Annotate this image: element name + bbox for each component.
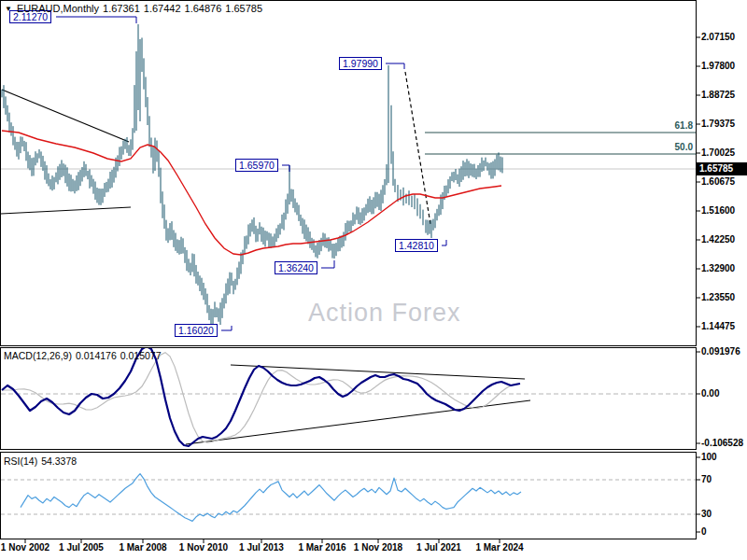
price-axis-label: 2.07150: [701, 32, 735, 43]
ohlc-high: 1.67442: [144, 3, 181, 14]
ohlc-low: 1.64876: [185, 3, 222, 14]
rsi-value: 54.3378: [41, 455, 77, 467]
price-callout: 1.36240: [275, 261, 317, 274]
rsi-axis-label: 30: [701, 509, 712, 520]
macd-value-main: 0.014176: [76, 350, 117, 361]
price-axis-label: 1.42250: [701, 234, 735, 245]
price-axis-label: 1.32900: [701, 263, 735, 274]
price-axis-label: 1.51600: [701, 205, 735, 217]
price-axis-label: 1.70025: [701, 147, 735, 159]
time-axis-label: 1 Nov 2002: [1, 542, 49, 553]
time-axis-label: 1 Nov 2010: [179, 542, 228, 553]
macd-axis-label: -0.106528: [701, 438, 743, 449]
price-axis-label: 1.14475: [701, 321, 735, 332]
price-callout: 1.16020: [175, 324, 218, 337]
rsi-axis-label: 100: [701, 452, 717, 463]
trading-chart-window: { "colors":{ "bar":"#16556a","ma":"#dd14…: [0, 0, 747, 560]
price-axis-label: 1.97800: [701, 61, 735, 72]
fib-level-label: 50.0: [655, 142, 693, 152]
time-axis-label: 1 Nov 2018: [354, 542, 402, 553]
ohlc-close: 1.65785: [225, 3, 262, 14]
symbol-period-label: EURAUD,Monthly: [17, 3, 99, 14]
price-callout: 1.65970: [235, 159, 278, 172]
symbol-dropdown-icon[interactable]: ▼: [5, 5, 12, 13]
time-axis-label: 1 Mar 2024: [475, 542, 523, 553]
price-callout: 1.97990: [339, 57, 382, 70]
time-axis-label: 1 Jul 2021: [416, 542, 461, 553]
price-axis-label: 1.60675: [701, 176, 735, 188]
macd-axis-label: 0.091976: [701, 346, 740, 357]
rsi-axis-label: 70: [701, 474, 712, 485]
price-axis-label: 1.79375: [701, 119, 735, 130]
price-axis-label: 1.23550: [701, 292, 735, 303]
rsi-axis-label: 0: [701, 526, 707, 538]
time-axis-label: 1 Mar 2016: [298, 542, 345, 553]
fib-level-label: 61.8: [655, 120, 693, 131]
chart-canvas[interactable]: [0, 0, 747, 560]
macd-axis-label: 0.00: [701, 388, 719, 399]
chart-header: EURAUD,Monthly1.673611.674421.648761.657…: [17, 3, 266, 14]
price-axis-label: 1.88725: [701, 90, 735, 101]
price-callout: 1.42810: [395, 239, 438, 252]
time-axis-label: 1 Jul 2005: [59, 542, 104, 553]
time-axis-label: 1 Jul 2013: [239, 542, 284, 553]
current-price-badge: 1.65785: [697, 162, 747, 175]
time-axis-label: 1 Mar 2008: [119, 542, 166, 553]
ohlc-open: 1.67361: [103, 3, 140, 14]
macd-value-signal: 0.015077: [120, 350, 162, 361]
rsi-indicator-label: RSI(14)54.3378: [4, 455, 80, 467]
macd-indicator-label: MACD(12,26,9)0.0141760.015077: [4, 350, 165, 361]
